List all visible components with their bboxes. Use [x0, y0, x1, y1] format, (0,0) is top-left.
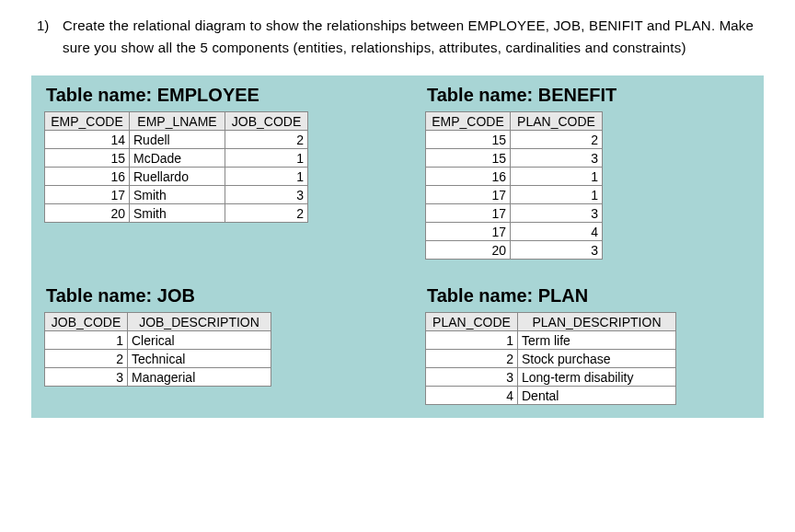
- cell: 3: [511, 241, 603, 260]
- cell: 1: [426, 331, 518, 350]
- table-row: 1 Clerical: [45, 331, 271, 350]
- cell: McDade: [130, 149, 225, 168]
- employee-block: Table name: EMPLOYEE EMP_CODE EMP_LNAME …: [44, 85, 370, 260]
- cell: Stock purchase: [518, 350, 676, 368]
- col-header: JOB_CODE: [45, 313, 128, 331]
- table-header-row: EMP_CODE PLAN_CODE: [426, 112, 603, 131]
- cell: 2: [225, 204, 308, 223]
- cell: 17: [45, 186, 130, 204]
- table-row: 3 Long-term disability: [426, 368, 676, 387]
- table-row: 16 1: [426, 168, 603, 186]
- table-row: 15 2: [426, 131, 603, 149]
- job-block: Table name: JOB JOB_CODE JOB_DESCRIPTION…: [44, 285, 370, 405]
- cell: 3: [225, 186, 308, 204]
- plan-table: PLAN_CODE PLAN_DESCRIPTION 1 Term life 2…: [425, 312, 676, 405]
- col-header: JOB_CODE: [225, 112, 308, 131]
- cell: 1: [225, 168, 308, 186]
- col-header: EMP_CODE: [426, 112, 511, 131]
- cell: Managerial: [128, 368, 271, 387]
- col-header: EMP_LNAME: [130, 112, 225, 131]
- cell: Ruellardo: [130, 168, 225, 186]
- table-row: 3 Managerial: [45, 368, 271, 387]
- table-header-row: PLAN_CODE PLAN_DESCRIPTION: [426, 313, 676, 331]
- cell: 3: [45, 368, 128, 387]
- col-header: EMP_CODE: [45, 112, 130, 131]
- cell: 2: [426, 350, 518, 368]
- benefit-block: Table name: BENEFIT EMP_CODE PLAN_CODE 1…: [425, 85, 751, 260]
- cell: 20: [45, 204, 130, 223]
- employee-table: EMP_CODE EMP_LNAME JOB_CODE 14 Rudell 2 …: [44, 111, 308, 223]
- cell: 3: [511, 149, 603, 168]
- cell: 2: [225, 131, 308, 149]
- col-header: PLAN_DESCRIPTION: [518, 313, 676, 331]
- table-row: 20 Smith 2: [45, 204, 308, 223]
- cell: 17: [426, 204, 511, 223]
- diagram-panel: Table name: EMPLOYEE EMP_CODE EMP_LNAME …: [31, 75, 764, 418]
- cell: 2: [45, 350, 128, 368]
- tables-grid: Table name: EMPLOYEE EMP_CODE EMP_LNAME …: [44, 85, 751, 405]
- cell: Clerical: [128, 331, 271, 350]
- cell: 1: [225, 149, 308, 168]
- table-row: 16 Ruellardo 1: [45, 168, 308, 186]
- cell: 1: [511, 168, 603, 186]
- table-row: 14 Rudell 2: [45, 131, 308, 149]
- table-row: 17 3: [426, 204, 603, 223]
- cell: 4: [511, 223, 603, 241]
- cell: 4: [426, 387, 518, 405]
- job-title: Table name: JOB: [46, 285, 370, 306]
- cell: 16: [426, 168, 511, 186]
- question-number: 1): [37, 15, 63, 59]
- cell: 14: [45, 131, 130, 149]
- benefit-table: EMP_CODE PLAN_CODE 15 2 15 3: [425, 111, 603, 260]
- cell: 1: [45, 331, 128, 350]
- cell: Smith: [130, 204, 225, 223]
- table-row: 17 1: [426, 186, 603, 204]
- cell: 17: [426, 186, 511, 204]
- cell: 3: [511, 204, 603, 223]
- cell: 1: [511, 186, 603, 204]
- cell: 2: [511, 131, 603, 149]
- table-row: 20 3: [426, 241, 603, 260]
- employee-title: Table name: EMPLOYEE: [46, 85, 370, 106]
- question-block: 1) Create the relational diagram to show…: [37, 15, 758, 59]
- table-row: 2 Technical: [45, 350, 271, 368]
- cell: Technical: [128, 350, 271, 368]
- table-row: 17 4: [426, 223, 603, 241]
- page: 1) Create the relational diagram to show…: [0, 0, 795, 418]
- cell: 15: [426, 131, 511, 149]
- table-header-row: EMP_CODE EMP_LNAME JOB_CODE: [45, 112, 308, 131]
- cell: 16: [45, 168, 130, 186]
- question-text: Create the relational diagram to show th…: [63, 15, 758, 59]
- cell: 15: [45, 149, 130, 168]
- cell: 3: [426, 368, 518, 387]
- cell: Long-term disability: [518, 368, 676, 387]
- cell: 17: [426, 223, 511, 241]
- plan-block: Table name: PLAN PLAN_CODE PLAN_DESCRIPT…: [425, 285, 751, 405]
- table-row: 15 McDade 1: [45, 149, 308, 168]
- cell: Smith: [130, 186, 225, 204]
- table-row: 17 Smith 3: [45, 186, 308, 204]
- job-table: JOB_CODE JOB_DESCRIPTION 1 Clerical 2 Te…: [44, 312, 271, 387]
- cell: Dental: [518, 387, 676, 405]
- col-header: JOB_DESCRIPTION: [128, 313, 271, 331]
- table-row: 1 Term life: [426, 331, 676, 350]
- table-row: 15 3: [426, 149, 603, 168]
- table-header-row: JOB_CODE JOB_DESCRIPTION: [45, 313, 271, 331]
- table-row: 2 Stock purchase: [426, 350, 676, 368]
- col-header: PLAN_CODE: [426, 313, 518, 331]
- cell: 20: [426, 241, 511, 260]
- benefit-title: Table name: BENEFIT: [427, 85, 751, 106]
- plan-title: Table name: PLAN: [427, 285, 751, 306]
- col-header: PLAN_CODE: [511, 112, 603, 131]
- cell: Rudell: [130, 131, 225, 149]
- cell: Term life: [518, 331, 676, 350]
- cell: 15: [426, 149, 511, 168]
- table-row: 4 Dental: [426, 387, 676, 405]
